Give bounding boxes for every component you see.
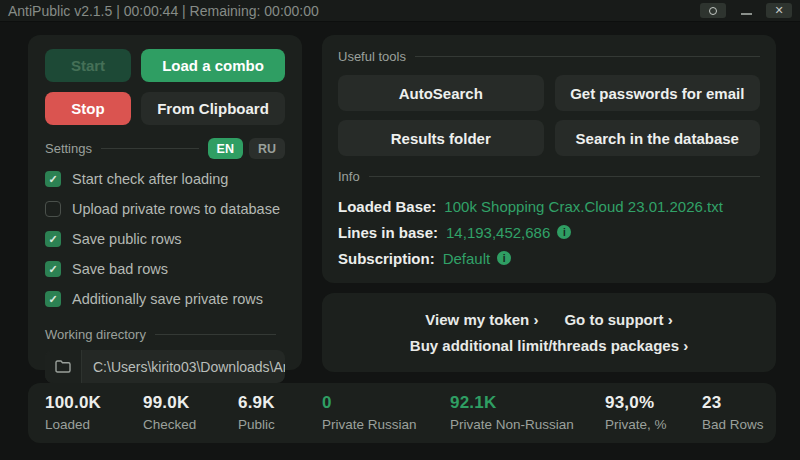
minimize-icon <box>741 13 752 15</box>
checkbox-upload-private-rows[interactable]: Upload private rows to database <box>45 194 285 224</box>
subscription-value: Default <box>443 250 491 267</box>
window-controls: ✕ <box>700 3 792 18</box>
working-directory-input[interactable]: C:\Users\kirito03\Downloads\An... <box>45 350 285 383</box>
working-directory-label: Working directory <box>45 327 146 342</box>
checkbox-save-public-rows[interactable]: ✓ Save public rows <box>45 224 285 254</box>
loaded-base-value: 100k Shopping Crax.Cloud 23.01.2026.txt <box>444 198 723 215</box>
stat-value: 92.1K <box>450 393 574 413</box>
info-rows: Loaded Base: 100k Shopping Crax.Cloud 23… <box>338 193 760 271</box>
stat-label: Loaded <box>45 417 101 432</box>
settings-checkboxes: ✓ Start check after loading Upload priva… <box>45 164 285 314</box>
checkbox-label: Upload private rows to database <box>72 201 280 217</box>
info-header: Info <box>338 169 760 184</box>
minimize-button[interactable] <box>733 3 759 18</box>
stat-loaded: 100.0K Loaded <box>45 393 101 432</box>
stat-public: 6.9K Public <box>238 393 275 432</box>
stat-private-russian: 0 Private Russian <box>322 393 417 432</box>
checkbox-additionally-save-private-rows[interactable]: ✓ Additionally save private rows <box>45 284 285 314</box>
subscription-label: Subscription: <box>338 250 435 267</box>
checkbox-checked-icon[interactable]: ✓ <box>45 171 61 187</box>
working-directory-path: C:\Users\kirito03\Downloads\An... <box>82 359 285 375</box>
checkbox-start-check-after-loading[interactable]: ✓ Start check after loading <box>45 164 285 194</box>
lines-in-base-row: Lines in base: 14,193,452,686 i <box>338 219 760 245</box>
titlebar: AntiPublic v2.1.5 | 00:00:44 | Remaining… <box>0 0 800 22</box>
app-window: AntiPublic v2.1.5 | 00:00:44 | Remaining… <box>0 0 800 460</box>
settings-header: Settings EN RU <box>45 138 285 159</box>
checkbox-save-bad-rows[interactable]: ✓ Save bad rows <box>45 254 285 284</box>
stat-value: 100.0K <box>45 393 101 413</box>
divider <box>155 334 276 335</box>
search-database-button[interactable]: Search in the database <box>555 120 761 156</box>
info-circle-icon[interactable]: i <box>557 225 571 239</box>
start-button[interactable]: Start <box>45 49 131 82</box>
checkbox-checked-icon[interactable]: ✓ <box>45 291 61 307</box>
stat-value: 99.0K <box>143 393 196 413</box>
window-title: AntiPublic v2.1.5 | 00:00:44 | Remaining… <box>8 3 319 19</box>
useful-tools-label: Useful tools <box>338 49 406 64</box>
stat-label: Private, % <box>605 417 667 432</box>
view-token-link[interactable]: View my token › <box>425 311 538 328</box>
stat-label: Bad Rows <box>702 417 764 432</box>
pin-circle-button[interactable] <box>700 3 726 18</box>
checkbox-checked-icon[interactable]: ✓ <box>45 231 61 247</box>
lines-in-base-label: Lines in base: <box>338 224 438 241</box>
working-directory-header: Working directory <box>45 327 285 342</box>
language-ru-button[interactable]: RU <box>249 138 285 159</box>
lines-in-base-value: 14,193,452,686 <box>446 224 550 241</box>
links-row-2: Buy additional limit/threads packages › <box>410 337 688 354</box>
folder-icon <box>55 360 71 373</box>
subscription-row: Subscription: Default i <box>338 245 760 271</box>
tool-buttons: AutoSearch Get passwords for email Resul… <box>338 75 760 156</box>
stat-label: Public <box>238 417 275 432</box>
stat-value: 0 <box>322 393 417 413</box>
links-panel: View my token › Go to support › Buy addi… <box>322 293 776 372</box>
support-link[interactable]: Go to support › <box>564 311 672 328</box>
checkbox-checked-icon[interactable]: ✓ <box>45 261 61 277</box>
close-icon: ✕ <box>774 5 783 16</box>
control-panel: Start Load a combo Stop From Clipboard S… <box>28 35 302 370</box>
loaded-base-label: Loaded Base: <box>338 198 436 215</box>
stat-value: 6.9K <box>238 393 275 413</box>
buy-packages-link[interactable]: Buy additional limit/threads packages › <box>410 337 688 354</box>
loaded-base-row: Loaded Base: 100k Shopping Crax.Cloud 23… <box>338 193 760 219</box>
autosearch-button[interactable]: AutoSearch <box>338 75 544 111</box>
checkbox-label: Start check after loading <box>72 171 228 187</box>
get-passwords-button[interactable]: Get passwords for email <box>555 75 761 111</box>
from-clipboard-button[interactable]: From Clipboard <box>141 92 285 125</box>
results-folder-button[interactable]: Results folder <box>338 120 544 156</box>
circle-icon <box>709 7 717 15</box>
stat-checked: 99.0K Checked <box>143 393 196 432</box>
close-button[interactable]: ✕ <box>766 3 792 18</box>
checkbox-unchecked-icon[interactable] <box>45 201 61 217</box>
stat-label: Private Non-Russian <box>450 417 574 432</box>
info-label: Info <box>338 169 360 184</box>
stat-private-non-russian: 92.1K Private Non-Russian <box>450 393 574 432</box>
stat-private-percent: 93,0% Private, % <box>605 393 667 432</box>
checkbox-label: Save bad rows <box>72 261 168 277</box>
settings-label: Settings <box>45 141 92 156</box>
stat-value: 93,0% <box>605 393 667 413</box>
stat-bad-rows: 23 Bad Rows <box>702 393 764 432</box>
stats-bar: 100.0K Loaded 99.0K Checked 6.9K Public … <box>28 383 776 443</box>
divider <box>101 148 199 149</box>
divider <box>415 56 760 57</box>
checkbox-label: Additionally save private rows <box>72 291 263 307</box>
stat-label: Checked <box>143 417 196 432</box>
links-row-1: View my token › Go to support › <box>425 311 672 328</box>
tools-info-panel: Useful tools AutoSearch Get passwords fo… <box>322 35 776 283</box>
info-circle-icon[interactable]: i <box>497 251 511 265</box>
stop-button[interactable]: Stop <box>45 92 131 125</box>
load-combo-button[interactable]: Load a combo <box>141 49 285 82</box>
stat-label: Private Russian <box>322 417 417 432</box>
useful-tools-header: Useful tools <box>338 49 760 64</box>
checkbox-label: Save public rows <box>72 231 182 247</box>
divider <box>369 176 760 177</box>
stat-value: 23 <box>702 393 764 413</box>
browse-folder-button[interactable] <box>45 350 82 383</box>
language-en-button[interactable]: EN <box>208 138 243 159</box>
